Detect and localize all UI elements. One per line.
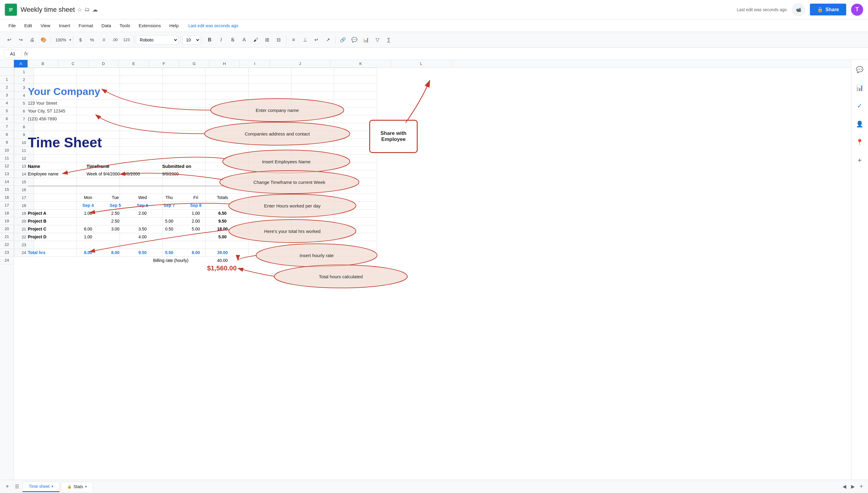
paint-format-button[interactable]: 🎨 xyxy=(38,35,49,45)
row-6[interactable]: 6 xyxy=(0,115,14,123)
menu-data[interactable]: Data xyxy=(98,21,115,30)
font-select[interactable]: Roboto xyxy=(136,35,178,45)
app-icon[interactable] xyxy=(5,4,17,16)
scroll-left-icon[interactable]: ◀ xyxy=(840,481,849,492)
row-20[interactable]: 20 xyxy=(0,225,14,233)
stats-tab-dropdown-icon[interactable]: ▾ xyxy=(85,485,87,489)
maps-sidebar-icon[interactable]: 📍 xyxy=(854,136,866,148)
chat-sidebar-icon[interactable]: 💬 xyxy=(854,64,866,76)
col-header-D[interactable]: D xyxy=(88,60,119,67)
redo-button[interactable]: ↪ xyxy=(15,35,26,45)
align-v-button[interactable]: ⊥ xyxy=(299,35,311,45)
text-color-button[interactable]: A xyxy=(239,35,250,45)
strikethrough-button[interactable]: S xyxy=(227,35,238,45)
col-header-B[interactable]: B xyxy=(28,60,58,67)
row-14[interactable]: 14 xyxy=(0,178,14,186)
fill-color-button[interactable]: 🖌 xyxy=(250,35,261,45)
add-sheet-bottom-icon[interactable]: + xyxy=(857,480,866,492)
add-sheet-button[interactable]: + xyxy=(2,482,12,492)
row-5[interactable]: 5 xyxy=(0,107,14,115)
col-header-C[interactable]: C xyxy=(58,60,88,67)
menu-file[interactable]: File xyxy=(5,21,19,30)
sheet-tab-dropdown-icon[interactable]: ▾ xyxy=(51,484,53,489)
format-123-button[interactable]: 123 xyxy=(121,35,132,45)
add-sidebar-icon[interactable]: + xyxy=(854,154,866,166)
row-11[interactable]: 11 xyxy=(0,154,14,162)
menu-insert[interactable]: Insert xyxy=(55,21,74,30)
filter-button[interactable]: ▽ xyxy=(372,35,383,45)
merge-button[interactable]: ⊟ xyxy=(273,35,284,45)
menu-extensions[interactable]: Extensions xyxy=(135,21,164,30)
row-17[interactable]: 17 xyxy=(0,201,14,209)
row-15[interactable]: 15 xyxy=(0,186,14,194)
row-24[interactable]: 24 xyxy=(0,256,14,264)
col-header-G[interactable]: G xyxy=(179,60,209,67)
row-9[interactable]: 9 xyxy=(0,138,14,146)
col-header-K[interactable]: K xyxy=(330,60,391,67)
function-button[interactable]: ∑ xyxy=(384,35,394,45)
scroll-right-icon[interactable]: ▶ xyxy=(849,481,857,492)
folder-icon[interactable]: 🗂 xyxy=(84,6,90,13)
row-4[interactable]: 4 xyxy=(0,99,14,107)
row-1[interactable]: 1 xyxy=(0,76,14,84)
row-2[interactable]: 2 xyxy=(0,84,14,91)
row-8[interactable]: 8 xyxy=(0,131,14,138)
row-23[interactable]: 23 xyxy=(0,249,14,256)
sheet-list-button[interactable]: ☰ xyxy=(12,482,22,492)
decimal-increase-button[interactable]: .00 xyxy=(109,35,121,45)
row-10[interactable]: 10 xyxy=(0,146,14,154)
row-12[interactable]: 12 xyxy=(0,162,14,170)
comment-button[interactable]: 💬 xyxy=(349,35,360,45)
italic-button[interactable]: I xyxy=(216,35,227,45)
link-button[interactable]: 🔗 xyxy=(337,35,348,45)
print-button[interactable]: 🖨 xyxy=(27,35,38,45)
row-18[interactable]: 18 xyxy=(0,209,14,217)
align-h-button[interactable]: ≡ xyxy=(288,35,299,45)
formula-input[interactable] xyxy=(30,49,864,58)
row-19[interactable]: 19 xyxy=(0,217,14,225)
sheets-sidebar-icon[interactable]: 📊 xyxy=(854,82,866,94)
menu-edit[interactable]: Edit xyxy=(21,21,36,30)
row-3[interactable]: 3 xyxy=(0,91,14,99)
borders-button[interactable]: ⊞ xyxy=(262,35,273,45)
row-16[interactable]: 16 xyxy=(0,194,14,201)
menu-format[interactable]: Format xyxy=(75,21,97,30)
col-header-I[interactable]: I xyxy=(240,60,270,67)
user-avatar[interactable]: T xyxy=(851,4,863,16)
cell-reference[interactable] xyxy=(4,49,22,58)
tasks-sidebar-icon[interactable]: ✓ xyxy=(854,100,866,112)
col-header-J[interactable]: J xyxy=(270,60,330,67)
grid-content[interactable]: 123456789101112131415161718192021222324 … xyxy=(14,68,851,493)
undo-button[interactable]: ↩ xyxy=(4,35,15,45)
font-size-select[interactable]: 10 xyxy=(182,35,200,45)
share-button[interactable]: 🔒 Share xyxy=(810,4,846,16)
decimal-decrease-button[interactable]: .0 xyxy=(98,35,109,45)
col-header-A[interactable]: A xyxy=(14,60,28,67)
rotate-button[interactable]: ↗ xyxy=(323,35,333,45)
last-edit-menu[interactable]: Last edit was seconds ago xyxy=(188,23,238,28)
currency-button[interactable]: $ xyxy=(75,35,86,45)
row-13[interactable]: 13 xyxy=(0,170,14,178)
text-wrap-button[interactable]: ↵ xyxy=(311,35,322,45)
sheet-tab-timesheet[interactable]: Time sheet ▾ xyxy=(22,481,60,492)
contacts-sidebar-icon[interactable]: 👤 xyxy=(854,118,866,130)
col-header-F[interactable]: F xyxy=(149,60,179,67)
row-21[interactable]: 21 xyxy=(0,233,14,241)
sheet-tab-stats[interactable]: 🔒 Stats ▾ xyxy=(61,481,93,492)
row-22[interactable]: 22 xyxy=(0,241,14,249)
row-7[interactable]: 7 xyxy=(0,123,14,131)
col-header-E[interactable]: E xyxy=(119,60,149,67)
zoom-control[interactable]: 100% ▾ xyxy=(53,36,71,44)
percent-button[interactable]: % xyxy=(86,35,98,45)
bold-button[interactable]: B xyxy=(204,35,215,45)
menu-help[interactable]: Help xyxy=(166,21,182,30)
column-headers: A B C D E F G H I J K L xyxy=(0,60,851,68)
menu-view[interactable]: View xyxy=(37,21,54,30)
chart-button[interactable]: 📊 xyxy=(360,35,371,45)
menu-tools[interactable]: Tools xyxy=(116,21,134,30)
cloud-icon[interactable]: ☁ xyxy=(92,6,98,13)
star-icon[interactable]: ☆ xyxy=(77,6,82,13)
col-header-L[interactable]: L xyxy=(391,60,452,67)
meet-button[interactable]: 📹 xyxy=(792,3,805,16)
col-header-H[interactable]: H xyxy=(209,60,240,67)
